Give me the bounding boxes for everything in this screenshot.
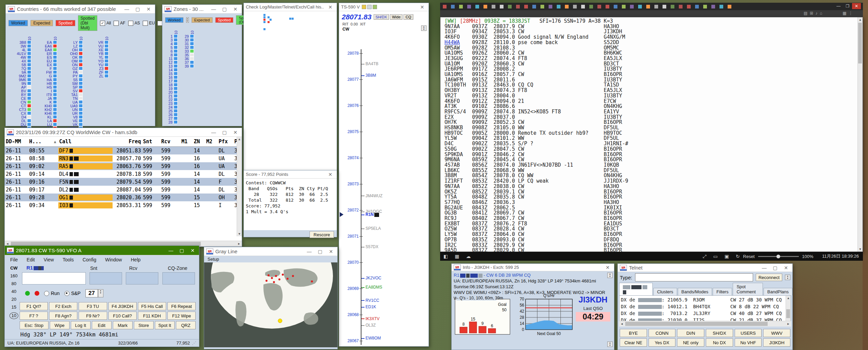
frequency-tick-label[interactable]: 28073: [341, 182, 359, 186]
minimize-icon[interactable]: —: [209, 130, 218, 135]
browser-tab-favicon[interactable]: [532, 5, 536, 8]
scroll-down-icon[interactable]: ▼: [858, 247, 863, 252]
maximize-icon[interactable]: ▢: [220, 6, 229, 12]
mult-cell[interactable]: 24: [164, 105, 180, 109]
mult-cell[interactable]: EA8: [33, 48, 59, 52]
mult-cell[interactable]: FW: [33, 70, 59, 74]
callsign-input[interactable]: [22, 272, 86, 284]
info-titlebar[interactable]: NM Info - JI3KDH - Exch: 599 25 ✕: [452, 264, 614, 271]
frequency-tick-label[interactable]: 28070: [341, 260, 359, 265]
frequency-tick-label[interactable]: 28072: [341, 208, 359, 213]
bandmap-titlebar[interactable]: TS-590 V ✕: [339, 3, 429, 11]
mult-cell[interactable]: K: [33, 100, 59, 104]
zone-input[interactable]: [162, 272, 195, 284]
fkey-button-mark[interactable]: Mark: [113, 321, 133, 329]
band-rail-item-40[interactable]: 40: [8, 289, 20, 297]
log-row[interactable]: 26-1109:02RA528063.7659959916UA3: [5, 162, 242, 170]
reset-label[interactable]: Reset: [743, 254, 755, 259]
frequency-tick-label[interactable]: 28075: [341, 129, 359, 134]
scroll-right-icon[interactable]: ►: [786, 321, 791, 326]
minimize-icon[interactable]: —: [122, 6, 131, 12]
band-rail-item-160[interactable]: 160: [8, 273, 20, 281]
mult-cell[interactable]: 33: [180, 49, 196, 53]
fkey-button-edit[interactable]: Edit: [92, 321, 112, 329]
mult-cell[interactable]: 12: [164, 60, 180, 64]
mult-cell[interactable]: 37: [180, 60, 196, 64]
cloud-icon[interactable]: ☁: [466, 254, 471, 259]
browser-tab-favicon[interactable]: [516, 5, 520, 8]
mult-cell[interactable]: F: [33, 67, 59, 70]
entry-titlebar[interactable]: NM 28071.83 CW TS-590 VFO A — ▢ ✕: [5, 246, 199, 255]
fkey-button-spotit[interactable]: Spot It: [155, 321, 175, 329]
close-icon[interactable]: ✕: [326, 172, 335, 177]
telnet-button-novhf[interactable]: No VHF: [735, 338, 762, 347]
nr-stepper[interactable]: 27 ▲▼: [85, 289, 103, 297]
log-column-header[interactable]: Rcv: [160, 139, 180, 145]
close-icon[interactable]: ✕: [231, 6, 240, 12]
close-icon[interactable]: ✕: [327, 249, 335, 254]
scroll-left-icon[interactable]: ◄: [619, 321, 625, 326]
fkey-button-f5hiscall[interactable]: F5 His Call: [138, 302, 166, 310]
log-column-header[interactable]: DD-MM: [5, 139, 28, 145]
mult-cell[interactable]: 30: [180, 38, 196, 42]
menu-setup[interactable]: Setup: [208, 257, 219, 262]
menu-icons[interactable]: ▦ ⋮: [843, 11, 853, 16]
mult-cell[interactable]: 4: [164, 42, 180, 45]
browser-tab-favicon[interactable]: [524, 5, 528, 8]
log-column-header[interactable]: Pfx: [218, 139, 233, 145]
bandmap-spot[interactable]: OL3Z: [361, 323, 376, 328]
panel-layout-icon[interactable]: ◧: [443, 254, 448, 259]
mult-cell[interactable]: DU: [7, 123, 33, 126]
bandmap-spot[interactable]: EA8DMS: [361, 285, 382, 290]
telnet-tab-spotcomment[interactable]: Spot Comment: [733, 283, 763, 295]
mult-cell[interactable]: 27: [164, 116, 180, 120]
bandmap-spot[interactable]: SP5ELA: [361, 226, 381, 231]
mult-cell[interactable]: KH0: [33, 104, 59, 108]
telnet-spinner[interactable]: ▲▼: [785, 275, 790, 280]
telnet-button-bye[interactable]: BYE: [620, 329, 647, 337]
grayline-titlebar[interactable]: NM Gray Line — ▢ ✕: [204, 247, 337, 256]
browser-tab-favicon[interactable]: [663, 5, 666, 8]
browser-tab-favicon[interactable]: [451, 5, 455, 8]
mult-cell[interactable]: LU: [33, 123, 59, 126]
bandmap-button-shdx[interactable]: SH/DX: [374, 14, 389, 20]
browser-tab-favicon[interactable]: [581, 5, 585, 8]
maximize-icon[interactable]: ▢: [133, 6, 142, 12]
fkey-button-f4ji3kdh[interactable]: F4 JI3KDH: [108, 302, 137, 310]
mult-cell[interactable]: 26: [164, 113, 180, 116]
bandmap-spot[interactable]: S57DX: [361, 244, 378, 249]
refresh-icon[interactable]: ↻: [736, 254, 740, 259]
mult-cell[interactable]: 22: [164, 98, 180, 102]
mult-cell[interactable]: 4L: [7, 48, 33, 52]
mult-cell[interactable]: CE: [7, 96, 33, 100]
log-row[interactable]: 26-1108:55DF728051.8359959914DL3: [5, 147, 242, 154]
mult-cell[interactable]: XE: [84, 48, 110, 52]
rescore-button[interactable]: Rescore: [310, 231, 334, 238]
countries-titlebar[interactable]: NM Countries - 66 mults worked of 347 po…: [6, 5, 155, 14]
resize-grip[interactable]: ⋰: [192, 340, 196, 346]
mult-cell[interactable]: 29: [180, 34, 196, 38]
browser-tab-favicon[interactable]: [719, 5, 723, 8]
close-icon[interactable]: ✕: [782, 265, 790, 271]
log-column-header[interactable]: Snt: [142, 139, 160, 145]
mult-cell[interactable]: 6: [164, 49, 180, 53]
log-column-header[interactable]: M1: [180, 139, 193, 145]
browser-tab-favicon[interactable]: [638, 5, 642, 8]
log-vertical-scrollbar[interactable]: ▲ ▼: [237, 137, 242, 236]
mult-cell[interactable]: PA: [59, 70, 84, 74]
filter-eu[interactable]: EU: [143, 21, 155, 26]
fkey-button-qrz[interactable]: QRZ: [176, 321, 196, 329]
browser-tab-favicon[interactable]: [500, 5, 504, 8]
monitor-icon[interactable]: ▭: [713, 254, 717, 259]
mult-cell[interactable]: ER: [33, 52, 59, 55]
mult-cell[interactable]: 3: [164, 38, 180, 42]
telnet-button-nodx[interactable]: No DX: [706, 338, 733, 347]
mult-cell[interactable]: LZ: [59, 44, 84, 48]
rcv-input[interactable]: [126, 272, 158, 284]
menu-view[interactable]: View: [44, 257, 54, 262]
fkey-button-f7[interactable]: F7 ?: [20, 312, 48, 320]
telnet-titlebar[interactable]: NM Telnet — ▢ ✕: [618, 264, 792, 272]
log-titlebar[interactable]: NM 2023/11/26 09:39:27Z CQ WorldWide CW …: [5, 128, 242, 137]
minimize-icon[interactable]: —: [760, 265, 769, 271]
mult-cell[interactable]: I: [33, 89, 59, 93]
